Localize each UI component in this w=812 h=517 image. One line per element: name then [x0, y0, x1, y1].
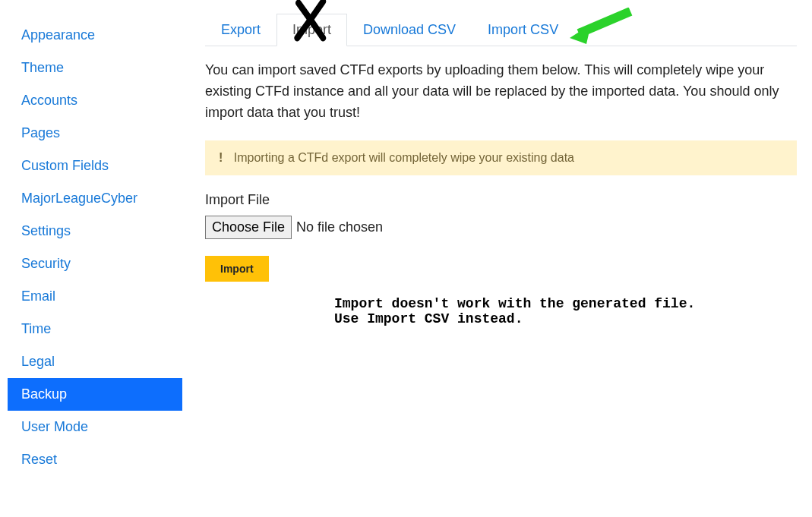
tab-download-csv[interactable]: Download CSV: [347, 14, 472, 46]
sidebar-item-custom-fields[interactable]: Custom Fields: [8, 150, 182, 182]
sidebar-item-time[interactable]: Time: [8, 313, 182, 345]
sidebar-item-settings[interactable]: Settings: [8, 215, 182, 247]
warning-text: Importing a CTFd export will completely …: [234, 151, 574, 164]
choose-file-button[interactable]: Choose File: [205, 216, 292, 239]
sidebar: Appearance Theme Accounts Pages Custom F…: [0, 0, 190, 484]
sidebar-item-user-mode[interactable]: User Mode: [8, 411, 182, 443]
sidebar-item-appearance[interactable]: Appearance: [8, 19, 182, 52]
sidebar-item-theme[interactable]: Theme: [8, 52, 182, 84]
annotation-note: Import doesn't work with the generated f…: [334, 296, 695, 326]
sidebar-item-pages[interactable]: Pages: [8, 117, 182, 150]
file-input[interactable]: Choose File No file chosen: [205, 216, 797, 239]
warning-alert: ! Importing a CTFd export will completel…: [205, 140, 797, 175]
sidebar-item-accounts[interactable]: Accounts: [8, 84, 182, 117]
tab-import[interactable]: Import: [276, 14, 347, 46]
import-file-label: Import File: [205, 192, 797, 208]
sidebar-item-backup[interactable]: Backup: [8, 378, 182, 411]
import-description: You can import saved CTFd exports by upl…: [205, 60, 797, 124]
tab-content: You can import saved CTFd exports by upl…: [205, 46, 797, 282]
sidebar-item-legal[interactable]: Legal: [8, 345, 182, 378]
file-status-text: No file chosen: [296, 219, 383, 235]
import-button[interactable]: Import: [205, 256, 269, 282]
warning-icon: !: [219, 151, 223, 164]
tab-bar: Export Import Download CSV Import CSV: [205, 14, 797, 46]
sidebar-item-reset[interactable]: Reset: [8, 443, 182, 476]
main-content: Export Import Download CSV Import CSV Yo…: [190, 0, 812, 484]
sidebar-item-email[interactable]: Email: [8, 280, 182, 313]
sidebar-item-majorleaguecyber[interactable]: MajorLeagueCyber: [8, 182, 182, 215]
sidebar-item-security[interactable]: Security: [8, 247, 182, 280]
tab-export[interactable]: Export: [205, 14, 276, 46]
tab-import-csv[interactable]: Import CSV: [472, 14, 574, 46]
